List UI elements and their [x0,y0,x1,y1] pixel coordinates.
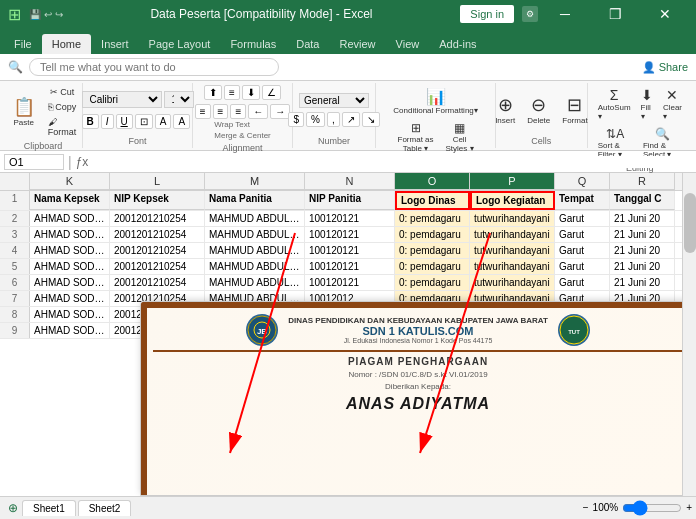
cell: 0: pemdagaru [395,227,470,242]
col-k[interactable]: K [30,173,110,190]
tell-me-input[interactable] [29,58,279,76]
bold-button[interactable]: B [82,114,99,129]
editing-group: Σ AutoSum ▾ ⬇ Fill ▾ ✕ Clear ▾ ⇅A Sort &… [588,83,692,148]
options-icon[interactable]: ⚙ [522,6,538,22]
sheet-tab-1[interactable]: Sheet1 [22,500,76,516]
table-row: 4AHMAD SODIKIN2001201210254MAHMUD ABDULL… [0,243,696,259]
align-left-button[interactable]: ≡ [195,104,211,119]
indent-decrease-button[interactable]: ← [248,104,268,119]
svg-text:JB: JB [257,327,267,336]
tab-data[interactable]: Data [286,34,329,54]
minimize-button[interactable]: ─ [542,0,588,28]
number-format-select[interactable]: General [299,93,369,108]
italic-button[interactable]: I [101,114,114,129]
cut-button[interactable]: ✂ Cut [44,85,81,99]
table-row: 6AHMAD SODIKIN2001201210254MAHMUD ABDULL… [0,275,696,291]
fill-icon: ⬇ [641,87,653,103]
cert-address: Jl. Edukasi Indonesia Nomor 1 Kode Pos 4… [288,337,548,344]
paste-button[interactable]: 📋 Paste [6,96,42,129]
copy-button[interactable]: ⎘ Copy [44,100,81,114]
cell: MAHMUD ABDULLAH [205,243,305,258]
col-o[interactable]: O [395,173,470,190]
formula-input[interactable] [92,156,692,168]
restore-button[interactable]: ❒ [592,0,638,28]
close-button[interactable]: ✕ [642,0,688,28]
tab-review[interactable]: Review [329,34,385,54]
vertical-scrollbar[interactable] [682,173,696,496]
search-icon: 🔍 [8,60,23,74]
fill-button[interactable]: ⬇ Fill ▾ [637,85,657,123]
cell: 21 Juni 20 [610,243,675,258]
align-top-button[interactable]: ⬆ [204,85,222,100]
ribbon-tab-bar: File Home Insert Page Layout Formulas Da… [0,28,696,54]
cell: 0: pemdagaru [395,211,470,226]
zoom-out-button[interactable]: − [583,502,589,513]
sort-icon: ⇅A [606,127,624,141]
insert-button[interactable]: ⊕ Insert [490,92,520,127]
comma-button[interactable]: , [327,112,340,127]
sheet-tab-2[interactable]: Sheet2 [78,500,132,516]
zoom-in-button[interactable]: + [686,502,692,513]
tab-home[interactable]: Home [42,34,91,54]
font-group: Calibri 11 B I U ⊡ A A Font [83,83,193,148]
table-row: 2AHMAD SODIKIN2001201210254MAHMUD ABDULL… [0,211,696,227]
font-color-button[interactable]: A [173,114,190,129]
align-bottom-button[interactable]: ⬇ [242,85,260,100]
percent-button[interactable]: % [306,112,325,127]
scrollbar-thumb[interactable] [684,193,696,253]
currency-button[interactable]: $ [288,112,304,127]
col-m[interactable]: M [205,173,305,190]
tab-formulas[interactable]: Formulas [220,34,286,54]
clear-button[interactable]: ✕ Clear ▾ [659,85,686,123]
name-box[interactable] [4,154,64,170]
cell: Garut [555,259,610,274]
cert-recipient-name: ANAS ADIYATMA [153,395,683,413]
tab-view[interactable]: View [386,34,430,54]
quick-access-save[interactable]: 💾 ↩ ↪ [29,9,63,20]
decimal-increase-button[interactable]: ↗ [342,112,360,127]
col-r[interactable]: R [610,173,675,190]
format-as-table-button[interactable]: ⊞ Format as Table ▾ [394,119,438,155]
align-middle-button[interactable]: ≡ [224,85,240,100]
tab-file[interactable]: File [4,34,42,54]
delete-button[interactable]: ⊖ Delete [522,92,555,127]
angle-text-button[interactable]: ∠ [262,85,281,100]
tab-insert[interactable]: Insert [91,34,139,54]
underline-button[interactable]: U [116,114,133,129]
zoom-slider[interactable] [622,500,682,516]
title-bar: ⊞ 💾 ↩ ↪ Data Peserta [Compatibility Mode… [0,0,696,28]
cell: AHMAD SODIKIN [30,307,110,322]
sign-in-button[interactable]: Sign in [460,5,514,23]
cell: AHMAD SODIKIN [30,291,110,306]
number-group: General $ % , ↗ ↘ Number [293,83,376,148]
conditional-formatting-button[interactable]: 📊 Conditional Formatting▾ [389,85,481,117]
tab-page-layout[interactable]: Page Layout [139,34,221,54]
format-table-icon: ⊞ [411,121,421,135]
col-n[interactable]: N [305,173,395,190]
merge-center-button[interactable]: Merge & Center [212,130,272,141]
format-painter-button[interactable]: 🖌 Format [44,115,81,139]
col-l[interactable]: L [110,173,205,190]
function-button[interactable]: ƒx [76,155,89,169]
share-button[interactable]: 👤 Share [642,61,688,74]
spreadsheet-area: K L M N O P Q R 1 Nama Kepsek NIP Kepsek… [0,173,696,496]
wrap-text-button[interactable]: Wrap Text [212,119,272,130]
align-right-button[interactable]: ≡ [230,104,246,119]
autosum-button[interactable]: Σ AutoSum ▾ [594,85,635,123]
align-center-button[interactable]: ≡ [213,104,229,119]
font-family-select[interactable]: Calibri [82,91,162,108]
col-q[interactable]: Q [555,173,610,190]
cell: 2001201210254 [110,275,205,290]
cell: AHMAD SODIKIN [30,243,110,258]
font-size-select[interactable]: 11 [164,91,194,108]
add-sheet-button[interactable]: ⊕ [4,499,22,517]
cell: 2001201210254 [110,243,205,258]
col-p[interactable]: P [470,173,555,190]
window-title: Data Peserta [Compatibility Mode] - Exce… [63,7,461,21]
border-button[interactable]: ⊡ [135,114,153,129]
indent-increase-button[interactable]: → [270,104,290,119]
tab-addins[interactable]: Add-ins [429,34,486,54]
cell-styles-button[interactable]: ▦ Cell Styles ▾ [442,119,478,155]
cond-format-icon: 📊 [426,87,446,106]
fill-color-button[interactable]: A [155,114,172,129]
